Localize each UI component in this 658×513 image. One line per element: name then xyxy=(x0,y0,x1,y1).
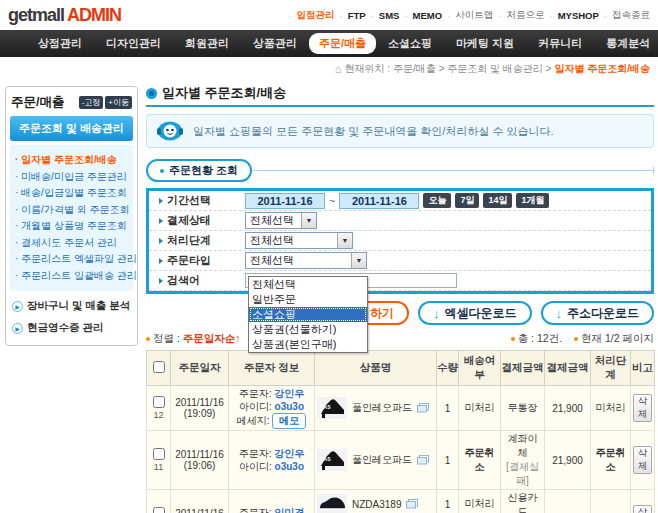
top-link-sms[interactable]: SMS xyxy=(379,10,400,21)
arrow-bullet-icon xyxy=(159,238,163,244)
top-link-myshop[interactable]: MYSHOP xyxy=(558,10,599,21)
orderer-name-link[interactable]: 강인우 xyxy=(274,388,304,399)
keyword-label: 검색어 xyxy=(149,273,245,288)
search-row-process-step: 처리단계 전체선택▼ xyxy=(149,231,651,251)
dropdown-option-social[interactable]: 소셜쇼핑 xyxy=(249,307,367,322)
nav-store[interactable]: 상점관리 xyxy=(26,32,94,55)
payment-note: [결제실패] xyxy=(503,460,542,488)
shipping-cell: 미처리 xyxy=(459,490,501,513)
dropdown-option-giftcard-gift[interactable]: 상품권(선물하기) xyxy=(249,322,367,337)
row-checkbox[interactable] xyxy=(153,507,165,513)
top-link-logout[interactable]: 접속종료 xyxy=(612,9,650,22)
search-form: 기간선택 ~ 오늘 7일 14일 1개월 결제상태 전체선택▼ 처리단계 전체선… xyxy=(146,188,654,294)
col-step: 처리단계 xyxy=(591,351,631,386)
search-row-payment-status: 결제상태 전체선택▼ xyxy=(149,211,651,231)
orderer-name-link[interactable]: 강인우 xyxy=(274,448,304,459)
search-row-period: 기간선택 ~ 오늘 7일 14일 1개월 xyxy=(149,191,651,211)
nav-product[interactable]: 상품관리 xyxy=(241,32,309,55)
chevron-down-icon: ▼ xyxy=(351,253,366,268)
download-arrow-icon: ↓ xyxy=(433,306,440,321)
process-step-select[interactable]: 전체선택▼ xyxy=(245,232,353,249)
nav-social[interactable]: 소셜쇼핑 xyxy=(376,32,444,55)
date-to-input[interactable] xyxy=(339,193,419,209)
heel-shoe-image: BAS xyxy=(317,397,347,419)
info-box: 일자별 쇼핑몰의 모든 주문현황 및 주문내역을 확인/처리하실 수 있습니다. xyxy=(146,114,654,148)
move-button[interactable]: +이동 xyxy=(105,96,132,109)
address-download-button[interactable]: ↓ 주소다운로드 xyxy=(541,301,655,325)
order-type-select[interactable]: 전체선택▼ xyxy=(245,252,367,269)
quick-14days-button[interactable]: 14일 xyxy=(483,193,512,208)
top-link-ftp[interactable]: FTP xyxy=(348,10,366,21)
logo[interactable]: getmallADMIN xyxy=(8,5,121,26)
excel-download-button[interactable]: ↓ 엑셀다운로드 xyxy=(418,301,532,325)
row-checkbox[interactable] xyxy=(153,396,165,408)
sidebar-item-excel-list[interactable]: 주문리스트 엑셀파일 관리 xyxy=(15,251,128,268)
nav-community[interactable]: 커뮤니티 xyxy=(526,32,594,55)
sidebar-item-bulk-shipping[interactable]: 주문리스트 일괄배송 관리 xyxy=(15,268,128,285)
pin-button[interactable]: -고정 xyxy=(79,96,104,109)
quick-1month-button[interactable]: 1개월 xyxy=(516,193,549,208)
sidebar-title: 주문/매출 xyxy=(11,94,64,111)
dropdown-option-giftcard-self[interactable]: 상품권(본인구매) xyxy=(249,337,367,352)
bullet-icon xyxy=(146,337,150,341)
sidebar-link-cart-analysis[interactable]: ▶ 장바구니 및 매출 분석 xyxy=(12,299,131,313)
section-line xyxy=(252,170,654,171)
arrow-bullet-icon xyxy=(159,218,163,224)
row-number: 11 xyxy=(149,462,168,472)
nav-marketing[interactable]: 마케팅 지원 xyxy=(444,32,526,55)
nav-order-active[interactable]: 주문/매출 xyxy=(309,33,376,54)
nav-stats-1[interactable]: 통계분석 xyxy=(594,32,658,55)
popup-window-icon[interactable] xyxy=(417,455,429,465)
user-id-link[interactable]: o3u3o xyxy=(275,401,304,412)
svg-text:BAS: BAS xyxy=(320,404,331,410)
bullet-icon xyxy=(574,337,578,341)
logo-text: getmall xyxy=(8,5,64,25)
delete-button[interactable]: 삭제 xyxy=(633,505,652,513)
breadcrumb-path: 주문/매출 > 주문조회 및 배송관리 > xyxy=(393,62,551,76)
payment-status-select[interactable]: 전체선택▼ xyxy=(245,212,317,229)
section-title: 주문현황 조회 xyxy=(169,163,238,178)
memo-button[interactable]: 메모 xyxy=(272,413,306,429)
orderer-name-link[interactable]: 임미경 xyxy=(274,507,304,513)
order-date-cell: 2011/11/16(17:59) xyxy=(171,490,229,513)
sidebar-item-by-name-price[interactable]: 이름/가격별 외 주문조회 xyxy=(15,202,128,219)
popup-window-icon[interactable] xyxy=(417,403,429,413)
sidebar: 주문/매출 -고정 +이동 주문조회 및 배송관리 일자별 주문조회/배송 미배… xyxy=(5,86,138,346)
sidebar-item-unshipped[interactable]: 미배송/미입금 주문관리 xyxy=(15,169,128,186)
table-row: 12 2011/11/16(19:09) 주문자: 강인우 아이디: o3u3o… xyxy=(147,386,655,431)
sidebar-item-monthly-product[interactable]: 개월별 상품명 주문조회 xyxy=(15,218,128,235)
select-all-checkbox[interactable] xyxy=(153,361,165,373)
sidebar-item-by-shipdate[interactable]: 배송/입금일별 주문조회 xyxy=(15,185,128,202)
delete-button[interactable]: 삭제 xyxy=(633,446,652,474)
process-step-label: 처리단계 xyxy=(149,233,245,248)
dropdown-option-normal[interactable]: 일반주문 xyxy=(249,292,367,307)
top-link-memo[interactable]: MEMO xyxy=(413,10,443,21)
top-link-sitemap[interactable]: 사이트맵 xyxy=(455,9,493,22)
quick-today-button[interactable]: 오늘 xyxy=(423,193,451,208)
sidebar-item-daily-orders[interactable]: 일자별 주문조회/배송 xyxy=(15,152,128,169)
sidebar-section-title[interactable]: 주문조회 및 배송관리 xyxy=(10,116,133,141)
sidebar-link-cash-receipt[interactable]: ▶ 현금영수증 관리 xyxy=(12,321,131,335)
sidebar-link-label: 장바구니 및 매출 분석 xyxy=(27,299,130,313)
sort-order-link[interactable]: 주문일자순↑ xyxy=(183,332,241,344)
orderer-cell: 주문자: 임미경 아이디: mimilim xyxy=(229,490,315,513)
order-date-cell: 2011/11/16(19:06) xyxy=(171,431,229,490)
top-link-home[interactable]: 처음으로 xyxy=(506,9,544,22)
orderer-cell: 주문자: 강인우 아이디: o3u3o xyxy=(229,431,315,490)
quick-7days-button[interactable]: 7일 xyxy=(455,193,479,208)
dropdown-option-all[interactable]: 전체선택 xyxy=(249,277,367,292)
breadcrumb-current: 일자별 주문조회/배송 xyxy=(554,62,650,76)
qty-cell: 1 xyxy=(437,490,459,513)
user-id-link[interactable]: o3u3o xyxy=(275,461,304,472)
nav-member[interactable]: 회원관리 xyxy=(173,32,241,55)
delete-button[interactable]: 삭제 xyxy=(633,394,652,422)
row-checkbox[interactable] xyxy=(153,448,165,460)
date-from-input[interactable] xyxy=(245,193,325,209)
product-name: 풀인레오파드 xyxy=(352,453,412,467)
top-link-partner[interactable]: 입점관리 xyxy=(297,9,335,22)
pill-dot-icon xyxy=(160,169,164,173)
nav-design[interactable]: 디자인관리 xyxy=(94,32,173,55)
popup-window-icon[interactable] xyxy=(406,499,418,509)
amount-cell: 300,500 xyxy=(545,490,591,513)
sidebar-item-payment-attempts[interactable]: 결제시도 주문서 관리 xyxy=(15,235,128,252)
